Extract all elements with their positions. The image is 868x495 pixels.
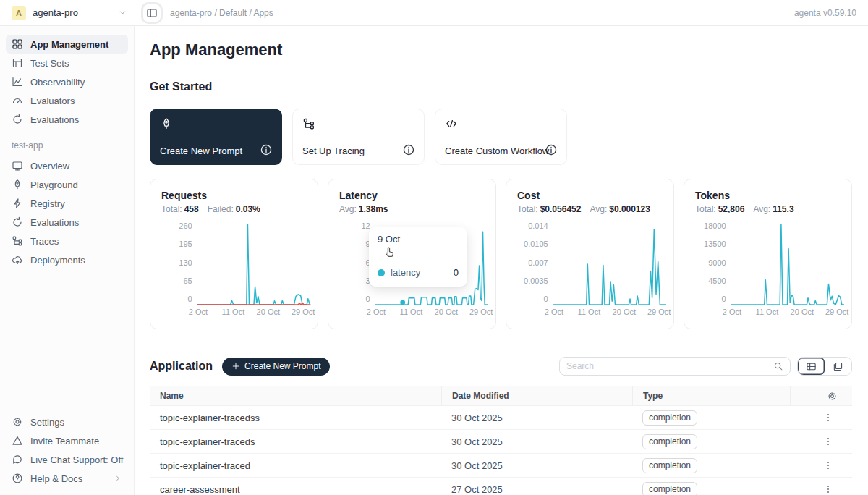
sidebar-item-evaluators[interactable]: Evaluators (6, 91, 128, 110)
chart-title: Tokens (695, 190, 841, 201)
sidebar-app-item-playground[interactable]: Playground (6, 175, 128, 194)
more-vert-icon (823, 484, 833, 494)
create-new-prompt-label: Create New Prompt (244, 361, 320, 371)
more-vert-icon (823, 412, 833, 423)
chart-card-tokens: TokensTotal:52,806Avg:115.31800013500900… (684, 179, 852, 329)
x-axis: 2 Oct11 Oct20 Oct29 Oct (198, 305, 311, 316)
sidebar-footer-item-invite-teammate[interactable]: Invite Teammate (6, 431, 128, 450)
help-icon (12, 473, 23, 484)
chart-stat: Failed:0.03% (208, 204, 260, 214)
sidebar-footer-item-live-chat-support-off-label: Live Chat Support: Off (30, 454, 123, 465)
table-view-button[interactable] (798, 358, 825, 375)
card-view-button[interactable] (825, 358, 851, 375)
card-view-icon (833, 361, 843, 372)
search-icon (773, 361, 783, 371)
tooltip-series-row: latency0 (378, 267, 459, 278)
page-title: App Management (150, 41, 852, 59)
x-axis: 2 Oct11 Oct20 Oct29 Oct (376, 305, 489, 316)
tooltip-series-dot (378, 269, 385, 276)
chart-stat: Avg:115.3 (753, 204, 793, 214)
sidebar-item-observability[interactable]: Observability (6, 72, 128, 91)
sidebar-app-item-deployments[interactable]: Deployments (6, 250, 128, 269)
sidebar-footer-item-invite-teammate-label: Invite Teammate (30, 436, 99, 447)
registry-icon (12, 198, 23, 209)
evaluators-icon (12, 95, 23, 106)
workspace-switcher[interactable]: A agenta-pro (12, 6, 127, 20)
plus-icon (231, 362, 240, 371)
chart-tooltip: 9 Octlatency0 (369, 227, 467, 287)
chart-stats: Total:52,806Avg:115.3 (695, 204, 841, 214)
table-row[interactable]: topic-explainer-tracedss30 Oct 2025compl… (150, 406, 852, 430)
workspace-avatar: A (12, 6, 26, 20)
sidebar-item-observability-label: Observability (30, 77, 85, 88)
sidebar-footer-item-settings-label: Settings (30, 417, 64, 428)
get-started-card-label: Create Custom Workflow (445, 145, 557, 156)
sidebar-app-section-label: test-app (12, 140, 128, 151)
chart-plot-area: 0.0140.01050.0070.00350 (517, 224, 663, 305)
sidebar-item-app-management[interactable]: App Management (6, 35, 128, 54)
cell-actions (790, 459, 852, 472)
tooltip-series-value: 0 (454, 267, 459, 278)
sidebar-footer-item-settings[interactable]: Settings (6, 412, 128, 431)
sidebar-app-item-overview[interactable]: Overview (6, 156, 128, 175)
chart-line-svg (553, 224, 666, 305)
get-started-card-set-up-tracing[interactable]: Set Up Tracing (292, 109, 425, 165)
metric-charts: RequestsTotal:458Failed:0.03%26019513065… (150, 179, 852, 329)
sidebar-app-item-evaluations[interactable]: Evaluations (6, 213, 128, 232)
sidebar-item-evaluations[interactable]: Evaluations (6, 110, 128, 129)
sidebar-app-item-evaluations-label: Evaluations (30, 217, 79, 228)
y-axis: 129630 (339, 224, 370, 305)
get-started-card-create-custom-workflow[interactable]: Create Custom Workflow (435, 109, 567, 165)
info-icon (402, 143, 415, 156)
table-row[interactable]: topic-explainer-traceds30 Oct 2025comple… (150, 430, 852, 454)
chart-stat: Total:$0.056452 (517, 204, 581, 214)
cell-date-modified: 30 Oct 2025 (441, 436, 632, 447)
row-more-button[interactable] (822, 483, 835, 495)
rocket-icon (160, 117, 173, 130)
sidebar-item-evaluators-label: Evaluators (30, 96, 75, 106)
table-header-date-modified: Date Modified (441, 386, 632, 405)
sidebar-app-item-traces[interactable]: Traces (6, 232, 128, 250)
sidebar: App ManagementTest SetsObservabilityEval… (0, 26, 135, 495)
get-started-card-create-new-prompt[interactable]: Create New Prompt (150, 109, 282, 165)
cell-app-name: topic-explainer-traced (150, 460, 441, 471)
sidebar-footer-item-help-docs[interactable]: Help & Docs (6, 469, 128, 488)
cell-app-name: career-assessment (150, 484, 441, 495)
deployments-icon (12, 254, 23, 266)
chart-line-svg (731, 224, 844, 305)
cell-type: completion (632, 482, 790, 495)
sidebar-collapse-button[interactable] (143, 4, 161, 22)
chart-stats: Total:458Failed:0.03% (161, 204, 307, 214)
overview-icon (12, 160, 23, 172)
search-input[interactable] (566, 361, 773, 371)
table-row[interactable]: career-assessment27 Oct 2025completion (150, 478, 852, 495)
table-header-name: Name (150, 386, 441, 405)
x-axis: 2 Oct11 Oct20 Oct29 Oct (554, 305, 667, 316)
row-more-button[interactable] (822, 459, 835, 472)
search-box (559, 357, 791, 376)
gear-icon (12, 416, 23, 428)
get-started-card-label: Create New Prompt (160, 145, 272, 156)
sidebar-footer-item-live-chat-support-off[interactable]: Live Chat Support: Off (6, 450, 128, 469)
type-badge: completion (642, 434, 697, 449)
sidebar-app-item-deployments-label: Deployments (30, 255, 85, 266)
chart-stats: Total:$0.056452Avg:$0.000123 (517, 204, 663, 214)
create-new-prompt-button[interactable]: Create New Prompt (222, 358, 330, 376)
cell-type: completion (632, 458, 790, 473)
workspace-name: agenta-pro (33, 7, 78, 18)
code-icon (445, 117, 458, 130)
cursor-hand-icon (383, 246, 396, 258)
chat-icon (12, 454, 23, 465)
sidebar-app-item-registry[interactable]: Registry (6, 194, 128, 213)
table-settings-button[interactable] (790, 386, 852, 405)
sidebar-app-item-overview-label: Overview (30, 161, 69, 172)
get-started-cards: Create New PromptSet Up TracingCreate Cu… (150, 109, 852, 165)
cell-date-modified: 27 Oct 2025 (441, 484, 632, 495)
row-more-button[interactable] (822, 435, 835, 448)
row-more-button[interactable] (822, 411, 835, 424)
sidebar-item-app-management-label: App Management (30, 39, 109, 50)
sidebar-app-item-traces-label: Traces (30, 236, 59, 247)
table-row[interactable]: topic-explainer-traced30 Oct 2025complet… (150, 454, 852, 478)
chevron-right-icon (114, 474, 122, 483)
sidebar-item-test-sets[interactable]: Test Sets (6, 54, 128, 72)
